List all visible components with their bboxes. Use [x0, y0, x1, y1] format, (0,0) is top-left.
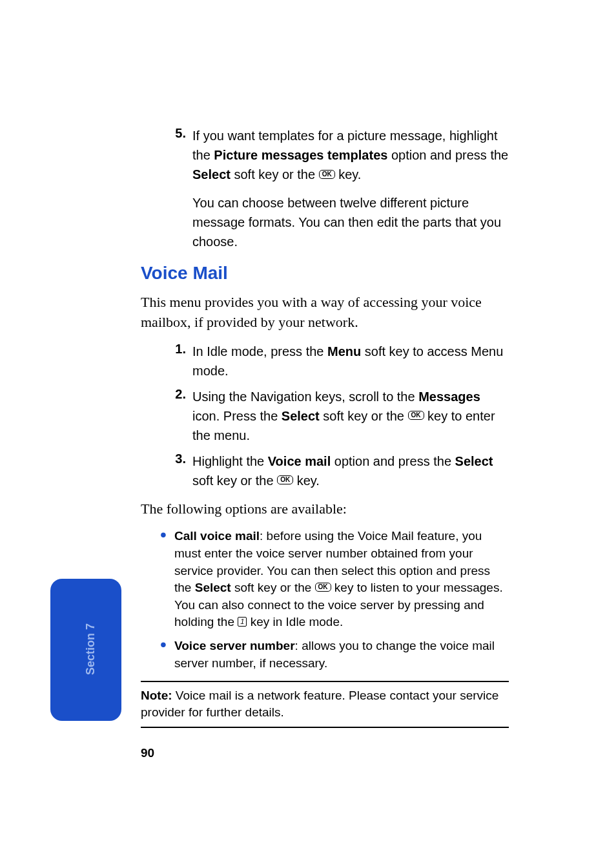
intro-paragraph: This menu provides you with a way of acc… [141, 293, 509, 333]
text: option and press the [387, 148, 508, 162]
bold-text: Select [455, 454, 493, 468]
step-body: In Idle mode, press the Menu soft key to… [192, 342, 509, 380]
bold-text: Voice server number [174, 639, 295, 652]
step-number: 5. [173, 126, 192, 251]
text: Using the Navigation keys, scroll to the [192, 390, 418, 404]
step-number: 1. [173, 342, 192, 380]
bold-text: Messages [418, 390, 480, 404]
text: soft key or the [192, 473, 277, 488]
bold-text: Menu [327, 344, 361, 358]
text: key in Idle mode. [247, 615, 343, 629]
bullet-voice-server-number: • Voice server number: allows you to cha… [160, 638, 509, 672]
bold-text: Select [195, 581, 231, 594]
bullet-icon: • [160, 638, 174, 672]
page-number: 90 [141, 746, 509, 760]
bold-text: Voice mail [268, 454, 331, 468]
section-tab-label: Section 7 [84, 623, 98, 675]
ok-key-icon: OK [319, 170, 335, 179]
step-number: 3. [173, 452, 192, 490]
text: soft key or the [231, 581, 315, 594]
text: soft key or the [231, 167, 319, 182]
one-key-icon: 1 [238, 617, 247, 627]
page-content: 5. If you want templates for a picture m… [141, 126, 509, 760]
ok-key-icon: OK [315, 583, 331, 592]
step-body: Highlight the Voice mail option and pres… [192, 452, 509, 490]
bullet-body: Voice server number: allows you to chang… [174, 638, 509, 672]
step-number: 2. [173, 387, 192, 445]
bullet-body: Call voice mail: before using the Voice … [174, 528, 509, 631]
text: option and press the [331, 454, 455, 468]
note: Note: Voice mail is a network feature. P… [141, 687, 509, 720]
ok-key-icon: OK [277, 475, 293, 484]
divider [141, 727, 509, 728]
bold-text: Select [192, 167, 231, 182]
text: You can choose between twelve different … [192, 196, 501, 249]
bullet-call-voice-mail: • Call voice mail: before using the Voic… [160, 528, 509, 631]
bullet-icon: • [160, 528, 174, 631]
ok-key-icon: OK [408, 411, 424, 420]
step-body: If you want templates for a picture mess… [192, 126, 509, 251]
text: soft key or the [320, 409, 408, 423]
step-2: 2. Using the Navigation keys, scroll to … [173, 387, 509, 445]
text: key. [293, 473, 320, 488]
note-text-body: Voice mail is a network feature. Please … [141, 689, 498, 719]
divider [141, 681, 509, 682]
step-1: 1. In Idle mode, press the Menu soft key… [173, 342, 509, 380]
text: key. [335, 167, 362, 182]
step-5: 5. If you want templates for a picture m… [173, 126, 509, 251]
text: icon. Press the [192, 409, 282, 423]
step-body: Using the Navigation keys, scroll to the… [192, 387, 509, 445]
followup-paragraph: The following options are available: [141, 499, 509, 519]
text: In Idle mode, press the [192, 344, 327, 358]
step-3: 3. Highlight the Voice mail option and p… [173, 452, 509, 490]
bold-text: Call voice mail [174, 529, 260, 543]
section-heading: Voice Mail [141, 263, 509, 284]
note-label: Note: [141, 689, 172, 702]
bold-text: Select [282, 409, 320, 423]
text: Highlight the [192, 454, 268, 468]
bold-text: Picture messages templates [214, 148, 387, 162]
